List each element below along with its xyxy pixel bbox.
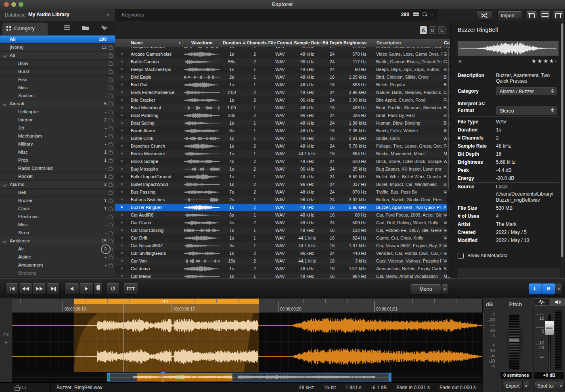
table-row[interactable]: ⚑Car Crash4s2WAV48 kHz24509 HzCart, Roll…: [115, 219, 450, 227]
sidebar-item-military[interactable]: Military-: [0, 140, 115, 148]
layer-button-c[interactable]: C: [438, 26, 446, 34]
sidebar-item-birdsong[interactable]: Birdsong: [0, 269, 115, 277]
column-header-sample-rate[interactable]: Sample Rate: [293, 39, 321, 47]
details-scrollbar[interactable]: [561, 22, 563, 277]
sidebar-item-misc[interactable]: Misc-: [0, 221, 115, 229]
layer-button-b[interactable]: B: [429, 26, 436, 34]
volume-value[interactable]: +0 dB: [534, 371, 565, 379]
fast-forward-button[interactable]: [33, 283, 46, 294]
sidebar-item-bell[interactable]: Bell-: [0, 189, 115, 196]
database-selector[interactable]: Database My Audio Library ∨: [0, 9, 115, 21]
sidebar-item-mechanism[interactable]: Mechanism-: [0, 132, 115, 140]
sidebar-item-blow[interactable]: Blow-: [0, 60, 115, 67]
layer-button-a[interactable]: A: [420, 26, 427, 34]
sidebar-item-radio-controlled[interactable]: Radio Controlled-: [0, 165, 115, 172]
description-value[interactable]: Buzzer, Apartement, Two Quick Presses: [496, 73, 557, 84]
sidebar-item-alarms[interactable]: Alarms2: [0, 181, 115, 188]
table-row[interactable]: ⚑Battle Cannon58s2WAV96 kHz24117 HzBattl…: [115, 58, 450, 66]
skip-to-end-button[interactable]: [46, 283, 60, 294]
chevron-down-icon[interactable]: ∨: [431, 13, 433, 16]
sidebar-item-hiss[interactable]: Hiss-: [0, 76, 115, 83]
table-row[interactable]: ⚑Boat Sailing1s1WAV48 kHz241.98 kHzHuman…: [115, 119, 450, 127]
loop-button[interactable]: ↺: [106, 283, 120, 294]
column-header--channels[interactable]: # Channels: [242, 39, 267, 47]
source-path[interactable]: /Users/Documents/Library/ Buzzer_ringBel…: [496, 191, 561, 203]
column-header-name[interactable]: Name∧: [128, 39, 182, 47]
sidebar-item-jet[interactable]: Jet-: [0, 124, 115, 132]
left-channel-button[interactable]: L: [529, 283, 542, 294]
play-button[interactable]: [79, 283, 94, 294]
blocks-icon[interactable]: [15, 385, 23, 390]
sidebar-item-prop[interactable]: Prop1: [0, 156, 115, 164]
sidebar-item-all[interactable]: All290: [0, 35, 115, 43]
column-header-file-format[interactable]: File Format: [267, 39, 293, 47]
sidebar-item-misc[interactable]: Misc1: [0, 148, 115, 156]
import-button[interactable]: Import...: [497, 11, 522, 20]
sidebar-item-amusement[interactable]: Amusement-: [0, 261, 115, 269]
table-row[interactable]: ⚑Car DoorClosing7s1WAV48 kHz16122 HzCar,…: [115, 227, 450, 234]
table-row[interactable]: ⚑Bird Owl1s1WAV48 kHz16893 HzBelch, Regu…: [115, 81, 450, 89]
table-row[interactable]: ⚑Buttons Switches2s1WAV96 kHz243.92 kHzB…: [115, 196, 450, 204]
sidebar-item-helicopter[interactable]: Helicopter-: [0, 108, 115, 116]
right-channel-button[interactable]: R: [542, 283, 555, 294]
waveform-overview-strip[interactable]: [12, 372, 482, 382]
volume-slider-thumb[interactable]: [544, 321, 554, 335]
table-row[interactable]: ⚑Arcade GamesNoise1s2WAV48 kHz24570 HzVi…: [115, 50, 450, 58]
sidebar-item-electronic[interactable]: Electronic-: [0, 213, 115, 221]
channel-mode-select[interactable]: Mono: [410, 284, 442, 294]
table-row[interactable]: ⚑Bullet ImpactGround1s1WAV48 kHz248.59 k…: [115, 173, 450, 181]
table-row[interactable]: ⚑Bricks Movement1s1WAV44.1 kHz16654 HzBr…: [115, 150, 450, 158]
sidebar-item-misc[interactable]: Misc-: [0, 84, 115, 92]
table-row[interactable]: ⚑Bus Passing7s2WAV48 kHz24870 HzTraffic,…: [115, 188, 450, 196]
spot-to-chevron[interactable]: ∨: [557, 381, 565, 390]
table-row[interactable]: ⚑Bug Mosquito1s2WAV96 kHz2425 kHzBug Zap…: [115, 165, 450, 173]
star-icon[interactable]: ★: [538, 58, 544, 64]
column-header-waveform[interactable]: Waveform: [182, 39, 221, 47]
show-all-metadata-checkbox[interactable]: [458, 253, 464, 259]
tab-category[interactable]: Category: [2, 23, 48, 35]
column-header-bit-depth[interactable]: Bit Depth: [321, 39, 343, 47]
sidebar-item-rocket[interactable]: Rocket1: [0, 173, 115, 180]
pitch-roller[interactable]: [509, 315, 519, 369]
format-select[interactable]: Stereo: [496, 106, 557, 115]
waveform-editor-canvas[interactable]: [12, 298, 482, 372]
table-row[interactable]: ⚑Car Van15s2WAV44.1 kHz163 kHzCars: Vete…: [115, 257, 450, 265]
add-fx-button[interactable]: +: [0, 339, 12, 346]
detail-waveform-preview[interactable]: [458, 41, 559, 56]
table-row[interactable]: ⚑Bullet ImpactWood1s2WAV96 kHz24327 HzBu…: [115, 181, 450, 188]
sidebar-item-aircraft[interactable]: Aircraft5: [0, 100, 115, 108]
table-row[interactable]: ⚑Boat Paddling20s2WAV96 kHz24326 HzBoat,…: [115, 112, 450, 119]
rating-stars[interactable]: ★★★★•: [532, 58, 558, 64]
sidebar-item--none-[interactable]: [None]13: [0, 44, 115, 51]
table-row[interactable]: ⚑Birds ForestAmbience2:002WAV48 kHz242.9…: [115, 89, 450, 96]
play-toggle-handle[interactable]: [94, 283, 103, 294]
table-scrollbar[interactable]: [447, 48, 450, 277]
table-row[interactable]: ⚑Bird Eagle2s1WAV48 kHz161.29 kHzBird, C…: [115, 73, 450, 81]
keywords-search-input[interactable]: Keywords 290 ∨: [115, 9, 438, 21]
table-row[interactable]: ⚑Car Nissan350Z9s1WAV44.1 kHz161.07 kHzC…: [115, 242, 450, 250]
table-row[interactable]: ⚑Bite Cracker1s2WAV96 kHz243.09 kHzBite …: [115, 96, 450, 104]
sidebar-item-air[interactable]: Air-: [0, 52, 115, 59]
tab-folder-view[interactable]: [77, 24, 94, 31]
fft-button[interactable]: FFT: [123, 283, 138, 294]
tab-waveform-mode[interactable]: [534, 298, 549, 306]
sidebar-item-air[interactable]: Air3: [0, 245, 115, 253]
export-button[interactable]: Export: [502, 381, 523, 390]
detail-comment-box[interactable]: [458, 269, 560, 278]
table-row[interactable]: ⚑Car ShiftingGears1s2WAV96 kHz24448 HzVe…: [115, 250, 450, 257]
sidebar-item-siren[interactable]: Siren-: [0, 229, 115, 237]
star-icon[interactable]: ★: [543, 58, 549, 64]
table-row[interactable]: ⚑Bottle Clink1s1WAV48 kHz162.61 kHzBottl…: [115, 135, 450, 142]
star-icon[interactable]: ★: [532, 58, 538, 64]
table-row[interactable]: ⚑Antique Furniture1s2WAV48 kHz24270 HzDr…: [115, 47, 450, 50]
shuffle-button[interactable]: [477, 10, 492, 21]
pitch-value[interactable]: 0 semitones: [500, 371, 532, 379]
table-row[interactable]: ⚑Buzzer RingBell1s2WAV48 kHz165.68 kHzBu…: [115, 204, 450, 211]
tab-waveform-view[interactable]: [96, 24, 113, 31]
table-row[interactable]: ⚑Cat Jump1s2WAV48 kHz1614.2 kHzAmmunitio…: [115, 265, 450, 273]
search-icon[interactable]: [423, 12, 427, 17]
star-icon[interactable]: ★: [549, 58, 555, 64]
table-row[interactable]: ⚑Boat Motorboat1:001WAV48 kHz16493 HzBoa…: [115, 104, 450, 112]
table-row[interactable]: ⚑Cat Meow1s1WAV48 kHz16964 HzCat, Meow, …: [115, 273, 450, 278]
tab-speaker-mode[interactable]: [550, 298, 565, 306]
